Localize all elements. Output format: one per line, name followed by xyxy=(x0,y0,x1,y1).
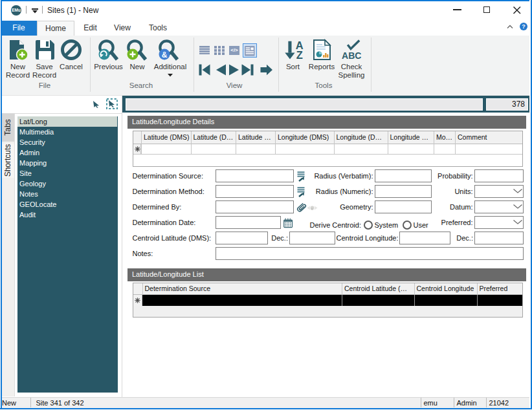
svg-text:Z: Z xyxy=(296,49,303,61)
svg-text:&: & xyxy=(162,50,168,59)
svg-text:ABC: ABC xyxy=(342,50,361,61)
